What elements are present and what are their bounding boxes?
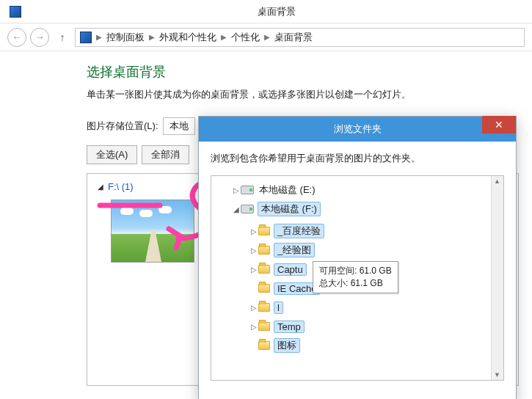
breadcrumb[interactable]: 外观和个性化 (159, 31, 216, 44)
select-all-button[interactable]: 全选(A) (87, 145, 137, 164)
tree-item-folder[interactable]: ▷l (249, 299, 503, 315)
chevron-right-icon: ▶ (149, 33, 155, 41)
tree-label: _百度经验 (274, 224, 324, 238)
tree-item-folder[interactable]: ▷_经验图 (249, 242, 503, 258)
tree-label: l (274, 301, 283, 314)
location-label: 图片存储位置(L): (87, 120, 158, 133)
chevron-right-icon: ▶ (264, 33, 270, 41)
tree-label: 本地磁盘 (E:) (258, 183, 317, 197)
tooltip-line2: 总大小: 61.1 GB (319, 277, 392, 290)
folder-tree: ▷ 本地磁盘 (E:) ◢ 本地磁盘 (F:) ▷_百度经验 ▷_经验图 ▷Ca (211, 175, 504, 381)
tree-label: 图标 (274, 338, 300, 353)
tooltip-line1: 可用空间: 61.0 GB (319, 265, 392, 277)
group-label: F:\ (1) (108, 181, 134, 192)
address-icon (80, 32, 92, 43)
thumbnail-image (111, 200, 194, 263)
up-button[interactable]: ↑ (54, 32, 70, 43)
drive-icon (241, 186, 254, 194)
folder-icon (258, 341, 270, 350)
drive-tooltip: 可用空间: 61.0 GB 总大小: 61.1 GB (313, 261, 398, 293)
browse-folder-dialog: 浏览文件夹 ✕ 浏览到包含你希望用于桌面背景的图片的文件夹。 ▷ 本地磁盘 (E… (198, 116, 517, 399)
expand-icon[interactable]: ▷ (249, 246, 258, 255)
tree-item-folder[interactable]: 图标 (249, 337, 503, 354)
forward-button[interactable]: → (30, 28, 49, 47)
tree-item-drive-e[interactable]: ▷ 本地磁盘 (E:) (232, 182, 503, 198)
folder-icon (258, 322, 270, 331)
page-description: 单击某一张图片使其成为你的桌面背景，或选择多张图片以创建一个幻灯片。 (87, 88, 532, 101)
folder-icon (258, 284, 270, 293)
expand-icon[interactable]: ▷ (249, 304, 258, 312)
tree-item-drive-f[interactable]: ◢ 本地磁盘 (F:) (232, 201, 503, 217)
collapse-icon: ◢ (98, 183, 103, 191)
location-combo[interactable]: 本地 (163, 117, 195, 135)
back-button[interactable]: ← (7, 28, 26, 47)
folder-icon (258, 303, 270, 312)
folder-icon (258, 227, 270, 235)
clear-all-button[interactable]: 全部消 (142, 145, 189, 164)
tree-label: Captu (274, 263, 307, 276)
breadcrumb[interactable]: 控制面板 (106, 31, 145, 44)
dialog-close-button[interactable]: ✕ (482, 116, 516, 133)
expand-icon[interactable]: ▷ (249, 323, 258, 331)
window-title: 桌面背景 (21, 5, 532, 18)
dialog-titlebar[interactable]: 浏览文件夹 ✕ (199, 117, 516, 142)
folder-icon (258, 265, 270, 274)
image-thumbnail[interactable]: ✓ (111, 200, 194, 263)
folder-icon (258, 246, 270, 255)
breadcrumb[interactable]: 个性化 (231, 31, 260, 44)
page-title: 选择桌面背景 (87, 63, 532, 81)
tree-label: 本地磁盘 (F:) (258, 202, 321, 216)
tree-label: _经验图 (274, 243, 315, 257)
tree-label: Temp (274, 321, 305, 333)
navigation-bar: ← → ↑ ▶ 控制面板 ▶ 外观和个性化 ▶ 个性化 ▶ 桌面背景 (0, 23, 532, 51)
tree-item-folder[interactable]: ▷_百度经验 (249, 223, 503, 239)
chevron-right-icon: ▶ (96, 33, 102, 41)
tree-item-folder[interactable]: ▷Temp (249, 318, 503, 334)
collapse-icon[interactable]: ◢ (232, 205, 241, 213)
breadcrumb[interactable]: 桌面背景 (274, 31, 313, 44)
dialog-title: 浏览文件夹 (334, 122, 382, 136)
expand-icon[interactable]: ▷ (249, 266, 258, 274)
window-titlebar: 桌面背景 (0, 0, 532, 23)
dialog-body: 浏览到包含你希望用于桌面背景的图片的文件夹。 ▷ 本地磁盘 (E:) ◢ 本地磁… (199, 142, 516, 391)
expand-icon[interactable]: ▷ (232, 186, 241, 194)
chevron-right-icon: ▶ (221, 33, 227, 41)
drive-icon (241, 205, 254, 213)
expand-icon[interactable]: ▷ (249, 227, 258, 235)
app-icon (10, 6, 21, 18)
dialog-instruction: 浏览到包含你希望用于桌面背景的图片的文件夹。 (211, 152, 504, 165)
address-bar[interactable]: ▶ 控制面板 ▶ 外观和个性化 ▶ 个性化 ▶ 桌面背景 (75, 28, 525, 47)
